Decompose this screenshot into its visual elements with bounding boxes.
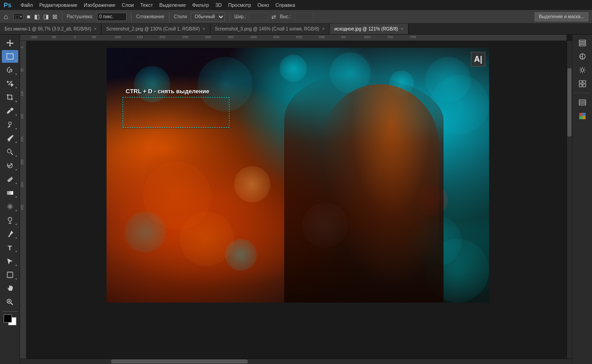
tab-bar: Без имени-1 @ 66,7% (3.9.2_alt, RGB/8#) …: [0, 24, 592, 35]
horizontal-scrollbar[interactable]: [20, 359, 572, 364]
rpanel-sep: [574, 93, 591, 93]
tool-shape[interactable]: ▾: [2, 268, 18, 281]
menu-text[interactable]: Текст: [140, 2, 153, 8]
tool-arrow-clone: ▾: [15, 154, 17, 157]
menu-layers[interactable]: Слои: [122, 2, 134, 8]
svg-rect-28: [579, 113, 582, 116]
options-bar: ⌂ ⬚ ▾ ■ ◧ ◨ ⊠ Растушевка: Сглаживание Ст…: [0, 10, 592, 24]
tool-clone[interactable]: ▾: [2, 146, 18, 158]
tool-path-selection[interactable]: ▾: [2, 255, 18, 268]
svg-point-2: [9, 122, 11, 125]
tab-2[interactable]: Screenshot_2.png @ 130% (Слой 1, RGB/8#)…: [102, 24, 210, 34]
tool-healing[interactable]: ▾: [2, 118, 18, 131]
tool-arrow-wand: ▾: [15, 86, 17, 89]
fg-color-swatch[interactable]: [4, 314, 12, 323]
menu-filter[interactable]: Фильтр: [192, 2, 209, 8]
bokeh-cyan-low2: [225, 239, 257, 271]
tab-4[interactable]: исходное.jpg @ 121% (RGB/8) ×: [330, 24, 408, 34]
rpanel-adjustments[interactable]: [574, 50, 591, 63]
rpanel-properties[interactable]: [574, 64, 591, 76]
menu-3d[interactable]: 3D: [215, 2, 222, 8]
tool-marquee[interactable]: ▾: [2, 50, 18, 63]
tool-history-brush[interactable]: ▾: [2, 159, 18, 172]
rpanel-libraries[interactable]: [574, 77, 591, 90]
duplicate-icon[interactable]: ◧: [34, 13, 40, 20]
color-swatches[interactable]: [4, 314, 16, 325]
menu-edit[interactable]: Редактирование: [39, 2, 77, 8]
menu-image[interactable]: Изображение: [84, 2, 115, 8]
vscroll-thumb[interactable]: [567, 68, 572, 136]
tool-arrow-blur: ▾: [15, 209, 17, 212]
tool-text[interactable]: T ▾: [2, 241, 18, 254]
tool-eraser[interactable]: ▾: [2, 173, 18, 186]
menu-help[interactable]: Справка: [276, 2, 295, 8]
ps-logo: Ps: [4, 1, 11, 9]
mask-button[interactable]: Выделение и маска...: [535, 12, 588, 21]
sep2: [131, 12, 132, 21]
tab-1-close[interactable]: ×: [94, 26, 97, 31]
tab-3-close[interactable]: ×: [322, 26, 325, 31]
tool-arrow-shape: ▾: [15, 277, 17, 280]
tool-crop[interactable]: ▾ ▾: [2, 91, 18, 104]
tool-arrow-erase: ▾: [15, 182, 17, 185]
menu-select[interactable]: Выделение: [159, 2, 186, 8]
tool-arrow-hist: ▾: [15, 168, 17, 171]
marquee-dropdown-icon[interactable]: ▾: [20, 15, 22, 19]
rlv-100: 100: [20, 91, 24, 96]
text-cursor-indicator: A|: [471, 52, 485, 66]
tab-4-close[interactable]: ×: [401, 26, 403, 31]
menu-file[interactable]: Файл: [20, 2, 33, 8]
new-layer-icon[interactable]: ■: [27, 13, 31, 20]
rlv-200: 200: [20, 136, 24, 142]
tab-2-close[interactable]: ×: [203, 26, 205, 31]
tool-move[interactable]: [2, 36, 18, 49]
subtract-icon[interactable]: ◨: [43, 13, 49, 20]
menu-bar: Ps Файл Редактирование Изображение Слои …: [0, 0, 592, 10]
swap-icon[interactable]: ⇄: [271, 14, 276, 20]
width-input[interactable]: [250, 13, 268, 21]
left-toolbar: ▾ ▾ ▾ ▾ ▾ ▾ ▾ ▾ ▾: [0, 35, 20, 364]
tool-arrow-brush: ▾: [15, 141, 17, 144]
main-layout: ▾ ▾ ▾ ▾ ▾ ▾ ▾ ▾ ▾: [0, 35, 592, 364]
tool-lasso[interactable]: ▾: [2, 64, 18, 76]
home-icon[interactable]: ⌂: [4, 13, 8, 21]
rpanel-extra1[interactable]: [574, 96, 591, 109]
rpanel-extra2[interactable]: [574, 110, 591, 122]
hscroll-thumb[interactable]: [111, 359, 248, 364]
feather-label: Растушевка:: [67, 14, 93, 19]
ruler-num-150: 150: [137, 35, 143, 39]
tool-arrow-pen: ▾: [15, 236, 17, 239]
menu-window[interactable]: Окно: [257, 2, 269, 8]
rpanel-layers[interactable]: [574, 36, 591, 49]
tool-pen[interactable]: ▾: [2, 228, 18, 240]
rlv-0: 0: [20, 46, 24, 48]
ruler-num-300: 300: [205, 35, 211, 39]
svg-rect-18: [579, 40, 586, 41]
height-input[interactable]: [295, 13, 313, 21]
tool-brush[interactable]: ▾: [2, 132, 18, 145]
tool-magic-wand[interactable]: ▾: [2, 77, 18, 90]
ruler-num-0: 0: [74, 35, 76, 39]
photo-canvas[interactable]: CTRL + D - снять выделение: [107, 48, 489, 303]
tool-zoom[interactable]: [2, 296, 18, 308]
canvas-area[interactable]: -100 -50 0 50 100 150 200 250 300 350 40…: [20, 35, 572, 364]
tab-3[interactable]: Screenshot_3.png @ 146% (Слой 1 копия, R…: [210, 24, 330, 34]
tool-gradient[interactable]: ▾: [2, 187, 18, 199]
marquee-rect-icon[interactable]: ⬚: [15, 14, 19, 19]
tool-blur[interactable]: ▾: [2, 200, 18, 213]
menu-view[interactable]: Просмотр: [228, 2, 251, 8]
vertical-scrollbar[interactable]: [566, 41, 572, 359]
intersect-icon[interactable]: ⊠: [52, 13, 57, 20]
ruler-num-550: 550: [319, 35, 325, 39]
svg-point-10: [8, 217, 12, 221]
style-select[interactable]: Обычный: [191, 12, 225, 21]
tool-hand[interactable]: [2, 282, 18, 295]
feather-input[interactable]: [97, 13, 127, 21]
canvas-wrapper: CTRL + D - снять выделение A|: [20, 41, 572, 364]
tab-1[interactable]: Без имени-1 @ 66,7% (3.9.2_alt, RGB/8#) …: [0, 24, 102, 34]
tool-dodge[interactable]: ▾: [2, 214, 18, 227]
ruler-num-250: 250: [182, 35, 188, 39]
svg-rect-13: [7, 272, 13, 278]
tool-eyedropper[interactable]: ▾: [2, 105, 18, 117]
tool-arrow-grad: ▾: [15, 195, 17, 198]
